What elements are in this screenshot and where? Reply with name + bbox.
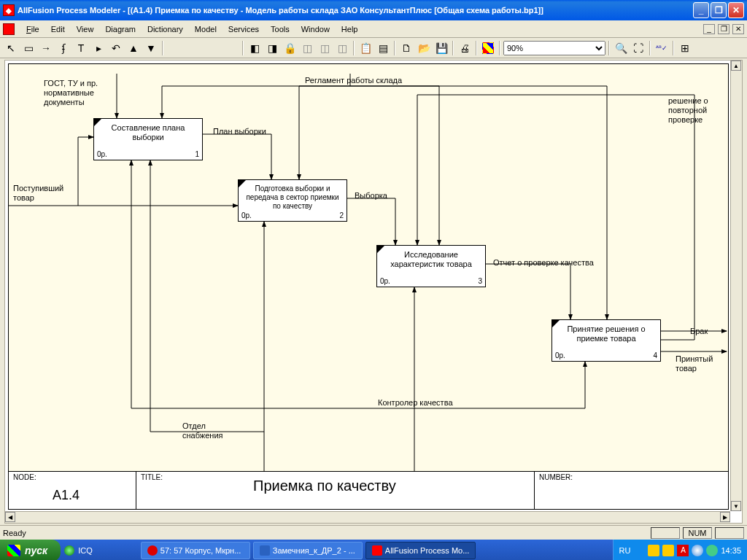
print-icon[interactable]: 🖨 (457, 40, 473, 56)
menu-services[interactable]: Services (222, 23, 265, 35)
toolbar-separator (649, 41, 651, 55)
menu-tools[interactable]: Tools (265, 23, 295, 35)
activity-1-op: 0р. (97, 150, 107, 158)
quicklaunch-icq-label: ICQ (78, 546, 93, 555)
tree-icon[interactable]: ⊞ (677, 40, 693, 56)
menu-diagram[interactable]: Diagram (99, 23, 142, 35)
system-tray: RU A 14:35 (613, 540, 747, 560)
activity-box-4[interactable]: Принятие решения о приемке товара 0р. 4 (551, 319, 661, 362)
up-tool-icon[interactable]: ▲ (125, 40, 142, 56)
new-icon[interactable]: 🗋 (398, 40, 414, 56)
menu-edit[interactable]: Edit (45, 23, 71, 35)
activity-4-num: 4 (653, 351, 657, 359)
tray-network-icon[interactable] (692, 545, 703, 556)
undo-tool-icon[interactable]: ↶ (108, 40, 124, 56)
maximize-button[interactable]: ❐ (711, 2, 727, 18)
arrow-tool-icon[interactable]: → (38, 40, 54, 56)
page-icon[interactable]: ▤ (375, 40, 391, 56)
db3-icon[interactable]: ◫ (334, 40, 350, 56)
db-icon[interactable]: ◫ (299, 40, 315, 56)
word-icon (260, 545, 270, 556)
zoom-select[interactable]: 90% (503, 41, 605, 55)
taskbar-item-word[interactable]: Замечния_к_ДР_2 - ... (253, 542, 363, 559)
tray-lang[interactable]: RU (619, 546, 631, 555)
taskbar-item-allfusion[interactable]: AllFusion Process Mo... (365, 542, 476, 559)
tray-status-icon[interactable] (706, 545, 718, 556)
menu-window[interactable]: Window (295, 23, 336, 35)
toolbar-separator (353, 41, 355, 55)
toolbar-separator (608, 41, 610, 55)
label-prinyatyi: Принятый товар (676, 354, 719, 373)
zoom-in-icon[interactable]: 🔍 (613, 40, 629, 56)
activity-box-1[interactable]: Составление плана выборки 0р. 1 (93, 118, 203, 160)
mdi-minimize-button[interactable]: _ (703, 24, 715, 34)
start-label: пуск (25, 545, 47, 556)
go-tool-icon[interactable]: ▸ (90, 40, 107, 56)
squiggle-tool-icon[interactable]: ʄ (55, 40, 71, 56)
activity-tool-icon[interactable]: ▭ (20, 40, 36, 56)
status-pane-empty (651, 527, 680, 539)
status-pane-empty2 (715, 527, 744, 539)
menu-view[interactable]: View (71, 23, 100, 35)
diagram-canvas[interactable]: ГОСТ, ТУ и пр. нормативные документы Рег… (8, 63, 729, 510)
activity-1-num: 1 (195, 150, 199, 158)
mdi-restore-button[interactable]: ❐ (718, 24, 729, 34)
zoom-fit-icon[interactable]: ⛶ (630, 40, 646, 56)
label-reglament: Регламент работы склада (305, 76, 402, 85)
tray-shield2-icon[interactable] (662, 545, 674, 556)
diagram-canvas-container: ГОСТ, ТУ и пр. нормативные документы Рег… (4, 60, 743, 524)
mdi-close-button[interactable]: ✕ (732, 24, 744, 34)
activity-box-2[interactable]: Подготовка выборки и передача в сектор п… (238, 179, 347, 222)
window-titlebar: ◆ AllFusion Process Modeler - [(A1.4) Пр… (0, 0, 747, 20)
menu-dictionary[interactable]: Dictionary (142, 23, 189, 35)
menu-help[interactable]: Help (336, 23, 364, 35)
minimize-button[interactable]: _ (693, 2, 709, 18)
activity-4-text: Принятие решения о приемке товара (557, 324, 656, 343)
vertical-scrollbar[interactable]: ▲ ▼ (730, 61, 742, 511)
label-reshenie: решение о повторной проверке (668, 96, 719, 125)
taskbar-item-opera[interactable]: 57: 57 Корпус, Мкрн... (141, 542, 250, 559)
scroll-left-icon[interactable]: ◀ (5, 512, 15, 522)
tray-shield-icon[interactable] (648, 545, 659, 556)
activity-1-text: Составление плана выборки (98, 123, 198, 142)
status-num: NUM (683, 527, 712, 539)
model-icon[interactable]: ◧ (247, 40, 263, 56)
db2-icon[interactable]: ◫ (317, 40, 333, 56)
quicklaunch-icq-icon[interactable] (61, 542, 77, 559)
label-kontroler: Контролер качества (378, 398, 453, 408)
diagram-footer: NODE: A1.4 TITLE: Приемка по качеству NU… (9, 471, 728, 509)
tray-clock: 14:35 (721, 546, 741, 555)
window-title: AllFusion Process Modeler - [(A1.4) Прие… (18, 6, 693, 15)
activity-3-num: 3 (478, 277, 482, 285)
status-bar: Ready NUM (0, 525, 747, 540)
label-postupivshiy: Поступивший товар (13, 184, 71, 203)
footer-node-label: NODE: (13, 473, 131, 481)
model2-icon[interactable]: ◨ (264, 40, 280, 56)
scroll-up-icon[interactable]: ▲ (731, 61, 741, 71)
scroll-right-icon[interactable]: ▶ (720, 512, 730, 522)
color-icon[interactable] (482, 42, 494, 54)
save-icon[interactable]: 💾 (433, 40, 449, 56)
text-tool-icon[interactable]: T (73, 40, 89, 56)
close-button[interactable]: ✕ (728, 2, 744, 18)
horizontal-scrollbar[interactable]: ◀ ▶ (5, 511, 730, 523)
toolbar-separator (452, 41, 454, 55)
mdi-app-icon (3, 23, 15, 35)
label-plan: План выборки (213, 127, 266, 136)
label-brak: Брак (690, 327, 708, 336)
activity-box-3[interactable]: Исследование характеристик товара 0р. 3 (376, 245, 486, 287)
tray-avira-icon[interactable]: A (677, 545, 689, 556)
scroll-down-icon[interactable]: ▼ (731, 501, 741, 511)
start-button[interactable]: пуск (0, 540, 61, 560)
taskbar: пуск ICQ 57: 57 Корпус, Мкрн... Замечния… (0, 540, 747, 560)
lock-icon[interactable]: 🔒 (282, 40, 298, 56)
activity-2-num: 2 (339, 211, 344, 219)
report-icon[interactable]: 📋 (357, 40, 374, 56)
open-icon[interactable]: 📂 (416, 40, 432, 56)
label-otdel: Отдел снабжения (182, 421, 233, 440)
menu-file[interactable]: File (20, 23, 45, 35)
down-tool-icon[interactable]: ▼ (143, 40, 159, 56)
menu-model[interactable]: Model (189, 23, 222, 35)
pointer-tool-icon[interactable]: ↖ (3, 40, 19, 56)
spellcheck-icon[interactable]: ᴬᴮ✓ (654, 40, 670, 56)
